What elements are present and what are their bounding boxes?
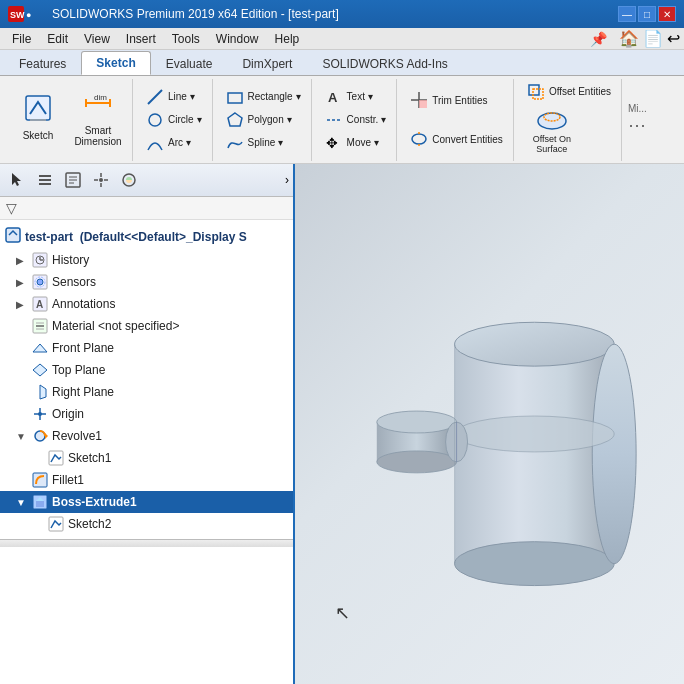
convert-entities-label: Convert Entities bbox=[432, 134, 503, 145]
svg-point-19 bbox=[412, 134, 426, 144]
boss-extrude1-icon bbox=[31, 493, 49, 511]
sketch-icon bbox=[20, 90, 56, 126]
window-controls[interactable]: — □ ✕ bbox=[618, 6, 676, 22]
display-manager-button[interactable] bbox=[116, 167, 142, 193]
tree-item-boss-extrude1[interactable]: ▼ Boss-Extrude1 bbox=[0, 491, 293, 513]
tree-item-fillet1[interactable]: ▶ Fillet1 bbox=[0, 469, 293, 491]
model-viewport bbox=[295, 164, 684, 684]
history-icon bbox=[31, 251, 49, 269]
tree-root[interactable]: test-part (Default<<Default>_Display S bbox=[0, 224, 293, 249]
filter-bar: ▽ bbox=[0, 197, 293, 220]
tab-dimxpert[interactable]: DimXpert bbox=[227, 52, 307, 75]
tab-solidworks-addins[interactable]: SOLIDWORKS Add-Ins bbox=[307, 52, 462, 75]
sensors-label: Sensors bbox=[52, 275, 96, 289]
minimize-button[interactable]: — bbox=[618, 6, 636, 22]
svg-marker-55 bbox=[45, 433, 48, 439]
line-tools-group: Line▾ Circle▾ Arc▾ bbox=[135, 79, 213, 161]
home-icon[interactable]: 🏠 bbox=[619, 29, 639, 48]
smart-dimension-icon: dim bbox=[80, 85, 116, 121]
undo-icon[interactable]: ↩ bbox=[667, 29, 680, 48]
window-title: SOLIDWORKS Premium 2019 x64 Edition - [t… bbox=[52, 7, 618, 21]
tree-item-revolve1[interactable]: ▼ Revolve1 bbox=[0, 425, 293, 447]
tree-item-history[interactable]: ▶ History bbox=[0, 249, 293, 271]
shape-tools-group: Rectangle▾ Polygon▾ Spline▾ bbox=[215, 79, 312, 161]
svg-text:dim: dim bbox=[94, 93, 107, 102]
svg-point-67 bbox=[377, 411, 457, 433]
panel-toolbar: › bbox=[0, 164, 293, 197]
tree-item-annotations[interactable]: ▶ A Annotations bbox=[0, 293, 293, 315]
tab-evaluate[interactable]: Evaluate bbox=[151, 52, 228, 75]
svg-text:●: ● bbox=[26, 10, 31, 20]
material-icon bbox=[31, 317, 49, 335]
property-manager-button[interactable] bbox=[60, 167, 86, 193]
polygon-button[interactable]: Polygon▾ bbox=[221, 109, 305, 131]
menu-tools[interactable]: Tools bbox=[164, 30, 208, 48]
svg-rect-25 bbox=[39, 179, 51, 181]
solidworks-logo: SW ● bbox=[8, 4, 44, 24]
offset-on-surface-button[interactable]: Offset On Surface bbox=[522, 103, 582, 159]
menu-file[interactable]: File bbox=[4, 30, 39, 48]
svg-text:A: A bbox=[36, 299, 43, 310]
line-button[interactable]: Line▾ bbox=[141, 86, 206, 108]
menu-help[interactable]: Help bbox=[267, 30, 308, 48]
tree-item-front-plane[interactable]: ▶ Front Plane bbox=[0, 337, 293, 359]
configuration-manager-button[interactable] bbox=[88, 167, 114, 193]
menu-edit[interactable]: Edit bbox=[39, 30, 76, 48]
sketch-button[interactable]: Sketch bbox=[10, 81, 66, 151]
top-plane-icon bbox=[31, 361, 49, 379]
feature-manager-button[interactable] bbox=[32, 167, 58, 193]
tree-item-sensors[interactable]: ▶ Sensors bbox=[0, 271, 293, 293]
tree-item-right-plane[interactable]: ▶ Right Plane bbox=[0, 381, 293, 403]
circle-button[interactable]: Circle▾ bbox=[141, 109, 206, 131]
ribbon-toolbar: Sketch dim Smart Dimension bbox=[0, 76, 684, 164]
filter-icon: ▽ bbox=[6, 200, 17, 216]
close-button[interactable]: ✕ bbox=[658, 6, 676, 22]
text-button[interactable]: A Text▾ bbox=[320, 86, 391, 108]
tab-sketch[interactable]: Sketch bbox=[81, 51, 150, 75]
arc-button[interactable]: Arc▾ bbox=[141, 132, 206, 154]
smart-dimension-button[interactable]: dim Smart Dimension bbox=[70, 81, 126, 151]
rectangle-button[interactable]: Rectangle▾ bbox=[221, 86, 305, 108]
line-icon bbox=[145, 87, 165, 107]
move-button[interactable]: ✥ Move▾ bbox=[320, 132, 391, 154]
new-file-icon[interactable]: 📄 bbox=[643, 29, 663, 48]
tab-features[interactable]: Features bbox=[4, 52, 81, 75]
offset-entities-button[interactable]: Offset Entities bbox=[522, 81, 615, 103]
menu-view[interactable]: View bbox=[76, 30, 118, 48]
material-label: Material <not specified> bbox=[52, 319, 179, 333]
offset-group: Offset Entities Offset On Surface bbox=[516, 79, 622, 161]
tree-item-material[interactable]: ▶ Material <not specified> bbox=[0, 315, 293, 337]
right-plane-label: Right Plane bbox=[52, 385, 114, 399]
svg-rect-59 bbox=[36, 501, 44, 507]
trim-entities-button[interactable]: Trim Entities bbox=[405, 89, 507, 111]
tree-item-sketch2[interactable]: ▶ Sketch2 bbox=[0, 513, 293, 535]
sketch-label: Sketch bbox=[23, 130, 54, 141]
revolve1-arrow: ▼ bbox=[16, 431, 28, 442]
convert-entities-button[interactable]: Convert Entities bbox=[405, 128, 507, 150]
panel-expand-icon[interactable]: › bbox=[285, 173, 289, 187]
spline-button[interactable]: Spline▾ bbox=[221, 132, 305, 154]
fillet1-label: Fillet1 bbox=[52, 473, 84, 487]
move-icon: ✥ bbox=[324, 133, 344, 153]
pin-icon[interactable]: 📌 bbox=[586, 31, 611, 47]
origin-label: Origin bbox=[52, 407, 84, 421]
feature-tree: test-part (Default<<Default>_Display S ▶… bbox=[0, 220, 293, 684]
svg-text:SW: SW bbox=[10, 10, 25, 20]
svg-point-63 bbox=[455, 542, 615, 586]
line-buttons: Line▾ Circle▾ Arc▾ bbox=[141, 81, 206, 159]
cursor-tool-button[interactable] bbox=[4, 167, 30, 193]
construction-button[interactable]: Constr.▾ bbox=[320, 109, 391, 131]
panel-resize-handle[interactable] bbox=[0, 539, 293, 547]
menu-insert[interactable]: Insert bbox=[118, 30, 164, 48]
offset-entities-icon bbox=[526, 82, 546, 102]
tree-item-origin[interactable]: ▶ Origin bbox=[0, 403, 293, 425]
maximize-button[interactable]: □ bbox=[638, 6, 656, 22]
svg-marker-12 bbox=[228, 113, 242, 126]
annotations-arrow: ▶ bbox=[16, 299, 28, 310]
tree-item-top-plane[interactable]: ▶ Top Plane bbox=[0, 359, 293, 381]
front-plane-label: Front Plane bbox=[52, 341, 114, 355]
svg-rect-3 bbox=[26, 96, 50, 120]
viewport[interactable]: ↖ bbox=[295, 164, 684, 684]
menu-window[interactable]: Window bbox=[208, 30, 267, 48]
tree-item-sketch1[interactable]: ▶ Sketch1 bbox=[0, 447, 293, 469]
